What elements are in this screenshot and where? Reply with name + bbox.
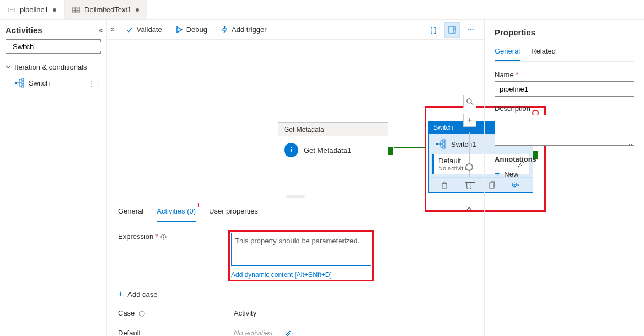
properties-pane: Properties General Related Name * Descri… (484, 20, 644, 336)
node-get-metadata[interactable]: Get Metadata i Get Metadata1 (278, 122, 388, 164)
connector-line[interactable] (394, 147, 426, 148)
delete-icon[interactable] (441, 181, 450, 189)
properties-title: Properties (495, 28, 634, 37)
info-icon: i (284, 143, 298, 157)
switch-icon (436, 139, 446, 149)
canvas-search-button[interactable] (463, 95, 476, 108)
ellipsis-icon: ··· (468, 25, 474, 34)
svg-rect-10 (15, 82, 17, 84)
tab-user-properties[interactable]: User properties (209, 204, 258, 222)
add-case-label: Add case (127, 290, 157, 298)
name-input[interactable] (495, 81, 634, 97)
info-icon[interactable] (139, 311, 145, 317)
svg-line-41 (471, 103, 473, 105)
properties-toggle-button[interactable] (444, 22, 460, 38)
svg-rect-1 (13, 8, 15, 12)
svg-rect-14 (22, 78, 24, 81)
new-annotation-button[interactable]: + New (495, 166, 634, 182)
output-port[interactable] (388, 147, 393, 155)
category-label: Iteration & conditionals (14, 63, 87, 71)
plus-icon: + (495, 169, 500, 179)
annotations-label: Annotations (495, 155, 634, 163)
code-view-button[interactable]: { } (426, 22, 441, 38)
row-activity: No activities (234, 329, 272, 336)
description-input[interactable] (495, 115, 634, 146)
node-name: Get Metadata1 (304, 146, 351, 154)
svg-rect-0 (8, 8, 10, 12)
svg-rect-23 (436, 143, 438, 145)
col-activity: Activity (234, 309, 256, 317)
tab-general[interactable]: General (118, 204, 143, 222)
pipeline-icon (8, 6, 15, 14)
info-icon[interactable] (160, 234, 167, 240)
more-menu-button[interactable]: ··· (463, 22, 479, 38)
name-label: Name * (495, 71, 634, 79)
description-label: Description (495, 104, 634, 113)
pencil-icon[interactable] (285, 330, 292, 336)
collapse-sidebar-icon[interactable]: « (99, 26, 101, 34)
svg-point-44 (163, 235, 163, 236)
svg-rect-18 (22, 85, 24, 87)
expand-sidebar-icon[interactable]: « (112, 26, 115, 34)
validate-button[interactable]: Validate (120, 23, 168, 36)
activities-sidebar: Activities « Iteration & conditionals Sw… (0, 20, 107, 336)
zoom-slider[interactable] (469, 132, 470, 177)
canvas-controls: + (463, 95, 476, 183)
chevron-down-icon (6, 64, 11, 70)
tab-delimitedtext1[interactable]: DelimitedText1 (65, 0, 147, 19)
node-header: Get Metadata (278, 123, 388, 136)
validate-label: Validate (137, 25, 162, 34)
expression-label: Expression * (118, 230, 206, 241)
search-icon (466, 98, 474, 105)
panel-resize-handle[interactable] (286, 195, 305, 198)
add-dynamic-content-link[interactable]: Add dynamic content [Alt+Shift+D] (231, 271, 371, 279)
sidebar-title: Activities (6, 25, 42, 35)
add-trigger-button[interactable]: Add trigger (215, 23, 272, 36)
svg-rect-27 (443, 140, 445, 142)
props-tab-related[interactable]: Related (531, 45, 556, 61)
col-case: Case (118, 309, 135, 317)
svg-rect-29 (443, 143, 445, 145)
pipeline-canvas[interactable]: Get Metadata i Get Metadata1 Switch Swit… (107, 40, 484, 194)
props-tab-general[interactable]: General (495, 45, 520, 61)
activity-label: Switch (29, 79, 50, 87)
new-label: New (504, 170, 518, 178)
tab-pipeline1[interactable]: pipeline1 (0, 0, 65, 19)
drag-grip-icon: ⋮⋮ (88, 79, 101, 87)
play-icon (175, 26, 183, 34)
error-badge: 1 (197, 202, 200, 209)
dirty-dot-icon (53, 8, 56, 12)
plus-icon: + (118, 289, 123, 299)
svg-rect-3 (73, 7, 79, 13)
svg-rect-32 (442, 183, 447, 188)
zoom-in-button[interactable]: + (463, 114, 476, 127)
svg-point-47 (142, 312, 142, 312)
debug-label: Debug (186, 25, 207, 34)
braces-icon: { } (430, 25, 437, 34)
check-icon (126, 26, 133, 34)
zoom-thumb[interactable] (465, 163, 473, 171)
row-case: Default (118, 329, 234, 336)
tab-label: pipeline1 (20, 6, 49, 14)
tab-label: DelimitedText1 (84, 6, 131, 14)
svg-rect-31 (443, 146, 445, 148)
properties-icon (448, 26, 456, 34)
activity-switch[interactable]: Switch ⋮⋮ (6, 74, 101, 91)
expression-input[interactable] (231, 233, 371, 266)
chevron-up-icon[interactable] (465, 205, 473, 212)
zoom-out-button[interactable] (465, 182, 475, 183)
activity-settings-panel: General Activities (0) 1 User properties… (107, 199, 484, 336)
tab-activities[interactable]: Activities (0) 1 (157, 204, 196, 222)
activity-search[interactable] (6, 39, 101, 54)
dirty-dot-icon (136, 8, 139, 12)
debug-button[interactable]: Debug (170, 23, 213, 36)
add-case-button[interactable]: + Add case (107, 285, 484, 303)
svg-rect-16 (22, 82, 24, 84)
category-iteration[interactable]: Iteration & conditionals (6, 59, 101, 74)
activity-search-input[interactable] (13, 42, 105, 51)
highlight-expression-area: Add dynamic content [Alt+Shift+D] (228, 230, 374, 281)
tab-activities-label: Activities (0) (157, 207, 196, 215)
switch-icon (14, 78, 24, 88)
editor-tabs: pipeline1 DelimitedText1 (0, 0, 644, 20)
cases-table: Case Activity Default No activities (107, 303, 484, 336)
